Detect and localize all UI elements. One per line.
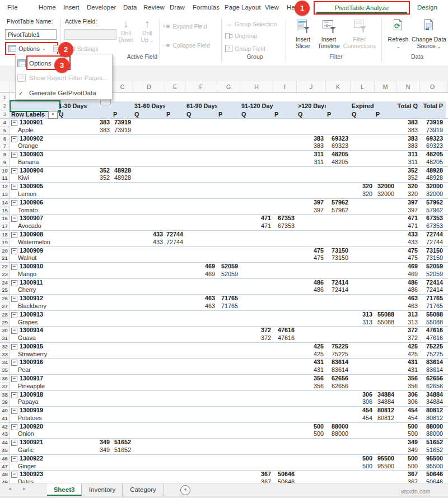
row-number[interactable]: 39 — [0, 398, 10, 406]
value-cell-G[interactable] — [217, 199, 240, 207]
value-cell-H[interactable] — [240, 302, 273, 310]
value-cell-D[interactable] — [133, 366, 165, 374]
value-cell-M[interactable] — [375, 334, 396, 342]
value-cell-J[interactable] — [297, 295, 326, 302]
value-cell-G[interactable] — [217, 319, 240, 327]
value-cell-F[interactable] — [185, 190, 217, 198]
value-cell-K[interactable] — [326, 119, 351, 127]
value-cell-E[interactable] — [165, 159, 185, 166]
value-cell-I[interactable] — [273, 383, 297, 390]
value-cell-F[interactable]: 469 — [185, 263, 217, 271]
value-cell-E[interactable] — [165, 311, 185, 319]
value-cell-I[interactable] — [273, 254, 297, 262]
value-cell-C[interactable] — [112, 359, 133, 366]
row-labels-filter-button[interactable]: ▼ — [48, 111, 58, 119]
value-cell-B[interactable] — [58, 407, 112, 415]
row-label[interactable]: Tomato — [10, 207, 58, 215]
value-cell-O[interactable]: 71765 — [420, 302, 445, 310]
value-cell-M[interactable] — [375, 263, 396, 271]
value-cell-D[interactable] — [133, 359, 165, 366]
row-number[interactable]: 40 — [0, 407, 10, 415]
header-cell-I[interactable] — [273, 101, 297, 110]
value-cell-L[interactable] — [351, 142, 375, 150]
value-cell-L[interactable] — [351, 279, 375, 287]
collapse-button[interactable]: − — [11, 424, 17, 430]
value-cell-I[interactable]: 67353 — [273, 215, 297, 222]
value-cell-B[interactable] — [58, 302, 112, 310]
row-label[interactable]: Pineapple — [10, 383, 58, 390]
value-cell-F[interactable] — [185, 407, 217, 415]
value-cell-C[interactable] — [112, 239, 133, 246]
value-cell-J[interactable]: 311 — [297, 159, 326, 166]
value-cell-J[interactable] — [297, 119, 326, 127]
value-cell-J[interactable]: 311 — [297, 151, 326, 159]
row-label[interactable]: −1300913 — [10, 311, 58, 319]
row-number[interactable]: 13 — [0, 190, 10, 198]
value-cell-F[interactable] — [185, 207, 217, 215]
value-cell-G[interactable]: 71765 — [217, 302, 240, 310]
value-cell-M[interactable]: 34884 — [375, 391, 396, 399]
value-cell-C[interactable] — [112, 463, 133, 471]
value-cell-B[interactable] — [58, 190, 112, 198]
value-cell-K[interactable] — [326, 311, 351, 319]
value-cell-D[interactable] — [133, 127, 165, 134]
cell[interactable] — [420, 93, 445, 101]
value-cell-N[interactable]: 433 — [396, 239, 420, 246]
value-cell-J[interactable] — [297, 190, 326, 198]
value-cell-N[interactable]: 454 — [396, 407, 420, 415]
value-cell-K[interactable]: 69323 — [326, 142, 351, 150]
value-cell-C[interactable] — [112, 286, 133, 294]
row-number[interactable]: 23 — [0, 271, 10, 278]
value-cell-L[interactable] — [351, 119, 375, 127]
value-cell-E[interactable] — [165, 455, 185, 463]
row-number[interactable]: 3 — [0, 110, 10, 118]
value-cell-E[interactable] — [165, 295, 185, 302]
header-cell-O[interactable] — [420, 110, 445, 118]
value-cell-I[interactable] — [273, 271, 297, 278]
value-cell-O[interactable]: 32000 — [420, 183, 445, 190]
value-cell-I[interactable] — [273, 247, 297, 255]
column-header-M[interactable]: M — [375, 81, 396, 92]
value-cell-C[interactable]: 73919 — [112, 119, 133, 127]
value-cell-I[interactable] — [273, 119, 297, 127]
value-cell-M[interactable] — [375, 286, 396, 294]
value-cell-B[interactable] — [58, 359, 112, 366]
header-cell-H[interactable]: 91-120 Days — [240, 101, 273, 110]
value-cell-J[interactable]: 383 — [297, 135, 326, 143]
value-cell-C[interactable] — [112, 311, 133, 319]
value-cell-H[interactable] — [240, 254, 273, 262]
value-cell-J[interactable]: 431 — [297, 359, 326, 366]
value-cell-I[interactable] — [273, 231, 297, 239]
value-cell-N[interactable]: 454 — [396, 415, 420, 422]
tab-draw[interactable]: Draw — [170, 4, 185, 11]
value-cell-E[interactable] — [165, 174, 185, 182]
value-cell-J[interactable]: 383 — [297, 142, 326, 150]
value-cell-K[interactable] — [326, 295, 351, 302]
value-cell-G[interactable] — [217, 430, 240, 438]
value-cell-L[interactable] — [351, 446, 375, 454]
value-cell-F[interactable] — [185, 127, 217, 134]
value-cell-I[interactable] — [273, 319, 297, 327]
value-cell-O[interactable]: 67353 — [420, 222, 445, 230]
value-cell-O[interactable]: 95500 — [420, 463, 445, 471]
value-cell-I[interactable] — [273, 302, 297, 310]
value-cell-K[interactable]: 88000 — [326, 423, 351, 431]
value-cell-M[interactable] — [375, 159, 396, 166]
value-cell-K[interactable] — [326, 239, 351, 246]
value-cell-D[interactable] — [133, 135, 165, 143]
value-cell-O[interactable]: 67353 — [420, 215, 445, 222]
value-cell-N[interactable]: 471 — [396, 215, 420, 222]
row-label[interactable]: Avocado — [10, 222, 58, 230]
value-cell-J[interactable] — [297, 471, 326, 478]
value-cell-E[interactable] — [165, 471, 185, 478]
value-cell-I[interactable] — [273, 430, 297, 438]
row-number[interactable]: 42 — [0, 423, 10, 431]
value-cell-O[interactable]: 72744 — [420, 231, 445, 239]
value-cell-L[interactable] — [351, 471, 375, 478]
value-cell-B[interactable] — [58, 159, 112, 166]
value-cell-B[interactable] — [58, 231, 112, 239]
value-cell-K[interactable]: 83614 — [326, 359, 351, 366]
value-cell-L[interactable] — [351, 222, 375, 230]
value-cell-M[interactable]: 34884 — [375, 398, 396, 406]
value-cell-F[interactable] — [185, 423, 217, 431]
